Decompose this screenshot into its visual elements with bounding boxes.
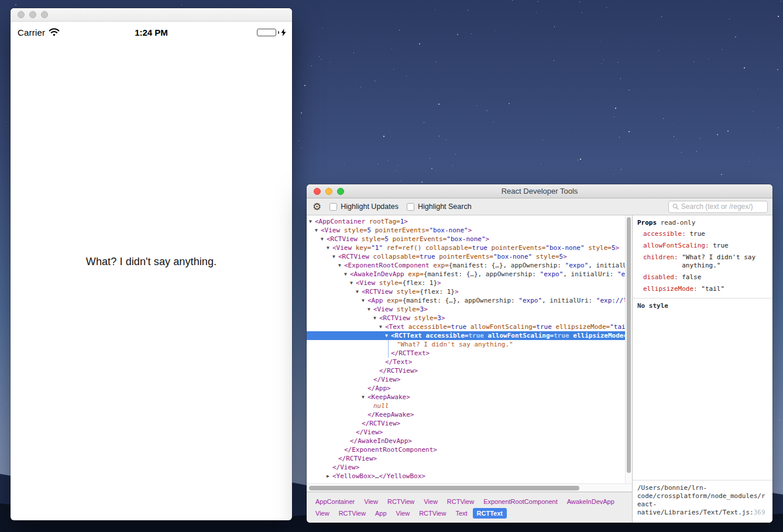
tree-row[interactable]: </View> <box>307 375 625 384</box>
expand-arrow-icon[interactable]: ▼ <box>344 270 350 279</box>
zoom-window-icon[interactable] <box>337 188 344 195</box>
tree-row[interactable]: </Text> <box>307 358 625 366</box>
expand-arrow-icon[interactable]: ▼ <box>385 331 391 340</box>
breadcrumb-item[interactable]: View <box>311 508 334 519</box>
tree-row[interactable]: </RCTView> <box>307 419 625 428</box>
devtools-titlebar[interactable]: React Developer Tools <box>307 184 772 198</box>
tree-row[interactable]: ▼<KeepAwake> <box>307 393 625 401</box>
simulator-window: Carrier 1:24 PM What? I didn't say anyth… <box>11 8 292 520</box>
tree-row[interactable]: ▼<RCTView style=5 pointerEvents="box-non… <box>307 235 625 243</box>
breadcrumb-item[interactable]: ExponentRootComponent <box>479 496 562 507</box>
app-body-text: What? I didn't say anything. <box>11 256 292 268</box>
prop-row: children: "What? I didn't say anything." <box>637 253 768 270</box>
expand-arrow-icon[interactable]: ▼ <box>332 252 338 261</box>
prop-key: disabled: <box>643 273 682 282</box>
tree-row[interactable]: ▼<View key="1" ref=ref() collapsable=tru… <box>307 243 625 252</box>
tree-row[interactable]: </View> <box>307 463 625 472</box>
expand-arrow-icon[interactable]: ▼ <box>362 296 368 305</box>
close-window-icon[interactable] <box>314 188 321 195</box>
tree-row[interactable]: "What? I didn't say anything." <box>307 340 625 349</box>
prop-value: "tail" <box>701 285 724 293</box>
expand-arrow-icon[interactable]: ▼ <box>368 305 373 314</box>
search-icon <box>672 203 679 210</box>
expand-arrow-icon[interactable]: ▼ <box>350 279 356 287</box>
tree-row[interactable]: </AwakeInDevApp> <box>307 437 625 445</box>
tree-row[interactable]: </App> <box>307 384 625 393</box>
tree-row[interactable]: ▼<View style={flex: 1}> <box>307 279 625 287</box>
breadcrumb-item[interactable]: AwakeInDevApp <box>563 496 619 507</box>
tree-row[interactable]: </View> <box>307 428 625 437</box>
minimize-window-icon[interactable] <box>325 188 332 195</box>
search-field[interactable] <box>668 201 768 213</box>
tree-row[interactable]: ▼<AwakeInDevApp exp={manifest: {…}, appO… <box>307 270 625 279</box>
highlight-updates-option[interactable]: Highlight Updates <box>329 202 399 211</box>
expand-arrow-icon[interactable]: ▼ <box>338 261 344 270</box>
breadcrumb-item[interactable]: Text <box>451 508 471 519</box>
window-title: React Developer Tools <box>502 187 578 195</box>
tree-row[interactable]: ▼<ExponentRootComponent exp={manifest: {… <box>307 261 625 270</box>
expand-arrow-icon[interactable]: ▼ <box>327 243 332 252</box>
tree-row[interactable]: ▼<AppContainer rootTag=1> <box>307 217 625 226</box>
tree-row[interactable]: </RCTText> <box>307 349 625 358</box>
breadcrumb-item[interactable]: AppContainer <box>311 496 359 507</box>
breadcrumb-item[interactable]: RCTView <box>443 496 478 507</box>
highlight-updates-checkbox[interactable] <box>329 203 337 211</box>
expand-arrow-icon[interactable]: ▼ <box>309 217 315 226</box>
tree-row[interactable]: ▼<RCTView collapsable=true pointerEvents… <box>307 252 625 261</box>
element-tree[interactable]: ▼<AppContainer rootTag=1>▼<View style=5 … <box>307 215 632 483</box>
tree-row[interactable]: </RCTView> <box>307 454 625 463</box>
breadcrumb-item[interactable]: App <box>371 508 391 519</box>
highlight-search-label: Highlight Search <box>418 202 472 211</box>
highlight-search-option[interactable]: Highlight Search <box>407 202 472 211</box>
horizontal-scrollbar[interactable] <box>307 483 632 492</box>
breadcrumb-item[interactable]: RCTText <box>473 508 507 519</box>
prop-row: ellipsizeMode: "tail" <box>637 285 768 293</box>
ios-status-bar: Carrier 1:24 PM <box>11 22 292 43</box>
tree-row[interactable]: </RCTView> <box>307 366 625 375</box>
tree-row[interactable]: ▼<View style=3> <box>307 305 625 314</box>
breadcrumb-item[interactable]: RCTView <box>415 508 450 519</box>
simulator-titlebar[interactable] <box>11 8 292 22</box>
prop-row: accessible: true <box>637 230 768 238</box>
source-location[interactable]: /Users/bonnie/lrn-code/crossplatform/nod… <box>633 480 772 523</box>
props-section: Props read-only accessible: trueallowFon… <box>633 215 772 298</box>
devtools-toolbar: ⚙ Highlight Updates Highlight Search <box>307 198 772 215</box>
breadcrumb-item[interactable]: View <box>420 496 442 507</box>
vertical-scrollbar[interactable] <box>625 215 632 483</box>
search-input[interactable] <box>681 202 764 211</box>
tree-row[interactable]: ▼<View style=5 pointerEvents="box-none"> <box>307 226 625 235</box>
tree-row[interactable]: ▼<RCTText accessible=true allowFontScali… <box>307 331 625 340</box>
breadcrumb-item[interactable]: View <box>360 496 382 507</box>
battery-cap <box>278 31 279 34</box>
tree-row[interactable]: </KeepAwake> <box>307 410 625 419</box>
tree-row[interactable]: </ExponentRootComponent> <box>307 445 625 454</box>
highlight-search-checkbox[interactable] <box>407 203 414 211</box>
expand-arrow-icon[interactable]: ▼ <box>315 226 321 235</box>
tree-row[interactable]: ▼<RCTView style={flex: 1}> <box>307 287 625 296</box>
prop-key: children: <box>643 253 682 270</box>
tree-row[interactable]: ▼<App exp={manifest: {…}, appOwnership: … <box>307 296 625 305</box>
children-guide-line <box>388 340 389 349</box>
vertical-scrollbar-thumb[interactable] <box>627 217 631 473</box>
prop-value: true <box>689 230 705 238</box>
tree-row[interactable]: null <box>307 401 625 410</box>
expand-arrow-icon[interactable]: ▼ <box>321 235 327 243</box>
close-window-icon[interactable] <box>18 11 25 18</box>
expand-arrow-icon[interactable]: ▼ <box>373 314 379 322</box>
props-title: Props <box>637 219 657 226</box>
breadcrumb-item[interactable]: RCTView <box>383 496 418 507</box>
minimize-window-icon[interactable] <box>29 11 36 18</box>
expand-arrow-icon[interactable]: ▼ <box>356 287 362 296</box>
tree-row[interactable]: ▶<YellowBox>…</YellowBox> <box>307 472 625 480</box>
gear-icon[interactable]: ⚙ <box>312 202 321 212</box>
tree-row[interactable]: ▼<RCTView style=3> <box>307 314 625 322</box>
simulator-window-controls <box>18 11 48 18</box>
breadcrumb-item[interactable]: View <box>392 508 414 519</box>
tree-row[interactable]: ▼<Text accessible=true allowFontScaling=… <box>307 322 625 331</box>
expand-arrow-icon[interactable]: ▶ <box>327 472 332 480</box>
breadcrumb-item[interactable]: RCTView <box>335 508 370 519</box>
horizontal-scrollbar-thumb[interactable] <box>309 486 579 490</box>
expand-arrow-icon[interactable]: ▼ <box>379 322 385 331</box>
zoom-window-icon[interactable] <box>41 11 48 18</box>
expand-arrow-icon[interactable]: ▼ <box>362 393 368 401</box>
